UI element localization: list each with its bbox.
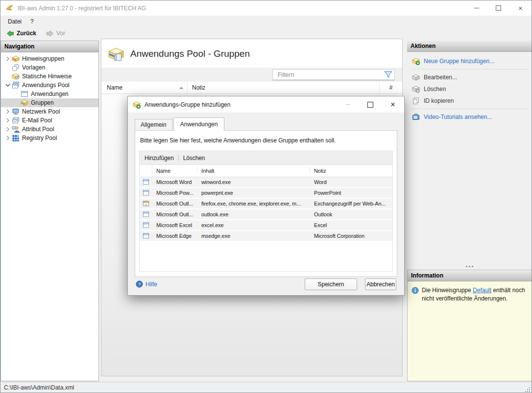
menu-help[interactable]: ?: [26, 17, 38, 26]
dialog-title: Anwendungs-Gruppe hinzufügen: [145, 101, 230, 108]
action-copy-id[interactable]: ID kopieren: [407, 95, 532, 107]
table-row[interactable]: Microsoft Pow... powerpnt.exe PowerPoint: [140, 188, 392, 199]
help-icon: ?: [136, 280, 143, 288]
sidebar-item-gruppen[interactable]: Gruppen: [1, 98, 98, 107]
sidebar-item-label: Vorlagen: [22, 64, 45, 71]
column-header-inhalt[interactable]: Inhalt: [197, 168, 310, 174]
sidebar-item-anwendungen[interactable]: Anwendungen: [1, 90, 98, 98]
sidebar-item-attribut-pool[interactable]: Attribut Pool: [1, 125, 98, 134]
filter-box: [272, 69, 395, 80]
dialog-close-button[interactable]: ×: [382, 96, 404, 113]
action-video-tutorials[interactable]: Video-Tutorials ansehen...: [407, 111, 532, 123]
minimize-icon: [474, 8, 479, 8]
sort-ascending-icon: [179, 87, 183, 89]
information-header: Information: [408, 270, 532, 281]
information-panel: Information Die Hinweisgruppe Default en…: [407, 270, 532, 381]
delete-app-button[interactable]: Löschen: [183, 155, 205, 162]
app-window-icon: [143, 222, 149, 229]
sidebar-item-vorlagen[interactable]: Vorlagen: [1, 63, 98, 72]
cell-inhalt: outlook.exe: [197, 211, 310, 217]
title-bar: IBI-aws Admin 1.27.0 - registriert für I…: [0, 0, 532, 16]
column-header-count[interactable]: #: [379, 82, 402, 93]
filter-funnel-icon[interactable]: [384, 71, 392, 78]
edit-group-icon: [412, 73, 420, 81]
sidebar-item-registry-pool[interactable]: Registry Pool: [1, 134, 98, 142]
cell-notiz: Excel: [310, 222, 392, 228]
sidebar-item-label: Registry Pool: [22, 135, 57, 141]
chevron-right-icon[interactable]: [4, 108, 12, 116]
column-header-notiz[interactable]: Notiz: [310, 168, 392, 174]
help-link[interactable]: ? Hilfe: [136, 280, 157, 288]
help-label: Hilfe: [145, 281, 157, 288]
sidebar-item-netzwerk-pool[interactable]: Netzwerk Pool: [1, 107, 98, 116]
action-edit[interactable]: Bearbeiten...: [407, 71, 532, 83]
column-label: #: [389, 84, 393, 91]
cell-notiz: Outlook: [310, 211, 392, 217]
app-window-icon: [143, 211, 149, 218]
sidebar-item-label: Statische Hinweise: [22, 73, 72, 80]
chevron-right-icon[interactable]: [4, 134, 12, 142]
column-header-notiz[interactable]: Notiz: [188, 82, 379, 93]
information-text: Die Hinweisgruppe Default enthält noch n…: [422, 286, 528, 381]
table-row[interactable]: Microsoft Outl... outlook.exe Outlook: [140, 209, 392, 220]
action-label: Löschen: [424, 86, 446, 92]
close-button[interactable]: ×: [509, 0, 532, 16]
filter-input[interactable]: [277, 71, 384, 79]
dialog-maximize-button[interactable]: [359, 96, 382, 113]
chevron-right-icon[interactable]: [4, 116, 12, 124]
dialog-minimize-button[interactable]: [337, 96, 359, 113]
status-bar: C:\IBI-aws\Admin\Data.xml: [0, 382, 532, 393]
column-header-icon: [140, 165, 152, 177]
chevron-spacer: [4, 64, 12, 71]
sidebar-item-label: E-Mail Pool: [22, 117, 52, 124]
dialog-add-group-icon: [133, 101, 141, 109]
resize-grip[interactable]: [525, 387, 531, 393]
forward-label: Vor: [56, 30, 65, 37]
table-row[interactable]: xy Microsoft Outl... firefox.exe, chrome…: [140, 199, 392, 209]
column-header-name[interactable]: Name: [101, 82, 188, 93]
actions-separator: [411, 69, 529, 69]
sidebar-item-hinweisgruppen[interactable]: Hinweisgruppen: [1, 54, 98, 63]
default-group-link[interactable]: Default: [473, 287, 491, 294]
sidebar-item-statische-hinweise[interactable]: Statische Hinweise: [1, 72, 98, 81]
action-label: Bearbeiten...: [424, 74, 457, 81]
column-label: Notiz: [192, 84, 205, 91]
tab-allgemein[interactable]: Allgemein: [135, 119, 172, 130]
maximize-button[interactable]: [487, 0, 509, 16]
action-delete[interactable]: Löschen: [407, 83, 532, 95]
chevron-right-icon[interactable]: [4, 55, 12, 63]
menu-datei[interactable]: Datei: [3, 17, 26, 26]
attribute-pool-icon: [12, 125, 20, 133]
action-add-group[interactable]: Neue Gruppe hinzufügen...: [407, 55, 532, 67]
table-row[interactable]: Microsoft Excel excel.exe Excel: [140, 220, 392, 231]
chevron-right-icon[interactable]: [4, 125, 12, 133]
table-row[interactable]: Microsoft Word winword.exe Word: [140, 177, 392, 188]
registry-pool-icon: [12, 134, 20, 142]
sidebar-item-email-pool[interactable]: E-Mail Pool: [1, 116, 98, 125]
column-header-name[interactable]: Name: [152, 168, 197, 174]
back-button[interactable]: Zurück: [4, 29, 38, 38]
navigation-tree: Hinweisgruppen Vorlagen Statische Hinwei…: [1, 52, 98, 381]
add-group-icon: [412, 57, 420, 65]
actions-header: Aktionen: [407, 41, 532, 52]
cell-inhalt: powerpnt.exe: [197, 190, 310, 196]
dialog-tab-panel: Bitte legen Sie hier fest, welche Anwend…: [135, 130, 397, 277]
save-button[interactable]: Speichern: [305, 278, 357, 290]
back-arrow-icon: [6, 30, 14, 37]
window-title: IBI-aws Admin 1.27.0 - registriert für I…: [18, 5, 146, 12]
cancel-button[interactable]: Abbrechen: [365, 278, 396, 290]
back-label: Zurück: [17, 30, 36, 37]
sidebar-item-anwendungs-pool[interactable]: Anwendungs Pool: [1, 81, 98, 90]
minimize-button[interactable]: [465, 0, 487, 16]
app-table-header: Name Inhalt Notiz: [140, 165, 392, 177]
forward-button[interactable]: Vor: [44, 29, 67, 38]
groups-page-icon: [108, 46, 124, 62]
chevron-down-icon[interactable]: [4, 81, 12, 89]
app-logo-icon: [5, 4, 14, 12]
add-app-button[interactable]: Hinzufügen: [145, 155, 174, 162]
tab-anwendungen[interactable]: Anwendungen: [173, 117, 225, 131]
cell-name: Microsoft Excel: [152, 222, 197, 228]
panel-splitter[interactable]: [407, 263, 532, 270]
table-row[interactable]: Microsoft Edge msedge.exe Microsoft Corp…: [140, 231, 392, 242]
close-icon: ×: [518, 4, 523, 12]
